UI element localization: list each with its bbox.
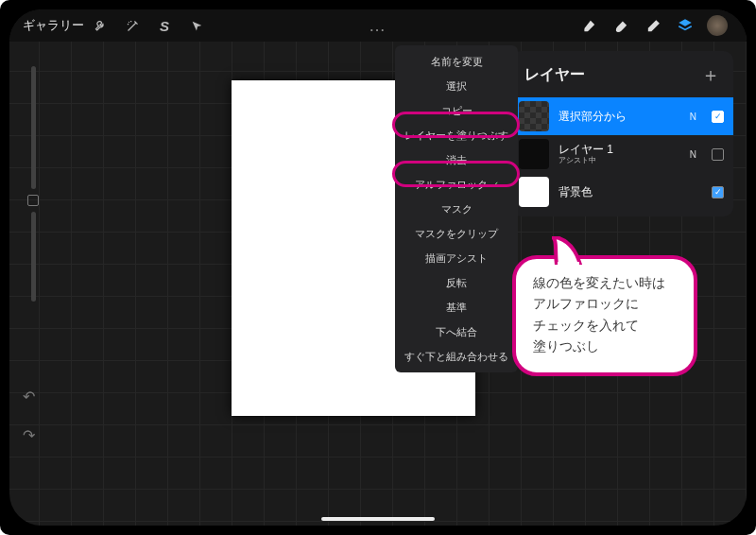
layer-context-menu: 名前を変更 選択 コピー レイヤーを塗りつぶす 消去 アルファロック✓ マスク …	[395, 45, 518, 372]
annotation-text: 線の色を変えたい時は アルファロックに チェックを入れて 塗りつぶし	[533, 272, 679, 357]
annotation-speech-bubble: 線の色を変えたい時は アルファロックに チェックを入れて 塗りつぶし	[512, 255, 697, 376]
redo-icon[interactable]: ↷	[23, 426, 35, 444]
ctx-merge-down[interactable]: 下へ結合	[395, 319, 518, 344]
ctx-select[interactable]: 選択	[395, 74, 518, 98]
layer-thumb	[519, 177, 549, 207]
ctx-fill-layer[interactable]: レイヤーを塗りつぶす	[395, 123, 518, 147]
ctx-draw-assist[interactable]: 描画アシスト	[395, 246, 518, 270]
layer-visibility-checkbox[interactable]	[712, 148, 724, 161]
undo-icon[interactable]: ↶	[23, 388, 35, 406]
smudge-icon[interactable]	[605, 18, 637, 34]
ctx-flip[interactable]: 反転	[395, 270, 518, 295]
layers-panel-title: レイヤー	[524, 65, 585, 85]
settings-wrench-icon[interactable]	[84, 19, 116, 33]
ctx-reference[interactable]: 基準	[395, 295, 518, 319]
ctx-mask[interactable]: マスク	[395, 197, 518, 221]
left-slider-rail[interactable]	[23, 66, 43, 302]
layer-name: 背景色	[558, 185, 687, 198]
ctx-copy[interactable]: コピー	[395, 98, 518, 123]
add-layer-button[interactable]: ＋	[701, 62, 720, 88]
ctx-clear[interactable]: 消去	[395, 147, 518, 172]
layers-icon[interactable]	[669, 17, 701, 34]
layer-thumb	[519, 101, 549, 131]
check-icon: ✓	[491, 180, 499, 190]
layer-blend-mode[interactable]: N	[690, 112, 696, 122]
eraser-icon[interactable]	[637, 18, 669, 34]
layer-thumb	[519, 139, 549, 169]
top-toolbar: ギャラリー S …	[9, 9, 747, 42]
layer-row-layer1[interactable]: レイヤー 1 アシスト中 N	[511, 135, 733, 173]
layer-name: レイヤー 1 アシスト中	[558, 143, 680, 165]
layer-row-selection[interactable]: 選択部分から N ✓	[511, 97, 733, 135]
layer-name: 選択部分から	[558, 110, 680, 123]
layers-panel: レイヤー ＋ 選択部分から N ✓ レイヤー 1 アシスト中 N 背景色	[511, 51, 733, 216]
ctx-combine-below[interactable]: すぐ下と組み合わせる	[395, 344, 518, 369]
selection-s-icon[interactable]: S	[148, 18, 180, 34]
move-pointer-icon[interactable]	[180, 20, 213, 32]
brush-icon[interactable]	[573, 18, 605, 34]
home-indicator	[321, 517, 435, 521]
adjust-wand-icon[interactable]	[116, 19, 148, 33]
gallery-button[interactable]: ギャラリー	[23, 17, 84, 34]
more-menu-button[interactable]: …	[369, 16, 387, 36]
ctx-rename[interactable]: 名前を変更	[395, 49, 518, 74]
layer-blend-mode[interactable]: N	[690, 149, 696, 160]
brush-size-toggle-icon[interactable]	[27, 195, 39, 206]
color-picker-disc[interactable]	[701, 15, 733, 36]
layer-visibility-checkbox[interactable]: ✓	[712, 186, 724, 198]
ctx-alpha-lock[interactable]: アルファロック✓	[395, 172, 518, 197]
layer-visibility-checkbox[interactable]: ✓	[712, 111, 724, 123]
layer-row-background[interactable]: 背景色 ✓	[511, 173, 733, 211]
ctx-clip-mask[interactable]: マスクをクリップ	[395, 221, 518, 246]
